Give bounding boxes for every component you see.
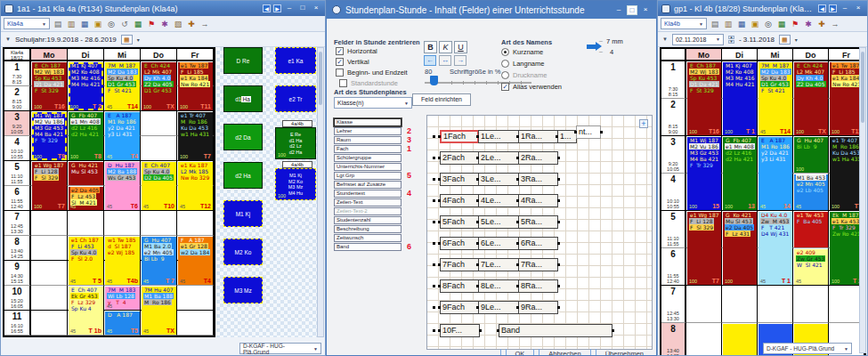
gear-icon[interactable]: ✚ <box>186 20 197 28</box>
layout-field-box[interactable]: Band <box>499 324 612 337</box>
maximize-button[interactable]: □ <box>297 4 308 13</box>
field-layout-grid[interactable]: 1Fach1Le...1Ra...1...nt...2Fach2Le...2Ra… <box>426 115 653 350</box>
selection-handle[interactable] <box>612 329 614 332</box>
layout-field-box[interactable]: 4Le... <box>478 194 519 207</box>
lesson-block[interactable]: 7M M 183Wi Lb 128y T 445 <box>105 287 140 310</box>
layout-field-box[interactable]: 6Fach <box>440 237 479 250</box>
add-field-icon[interactable]: + <box>639 119 648 128</box>
selection-handle[interactable] <box>438 199 441 202</box>
selection-handle[interactable] <box>476 178 479 181</box>
lesson-block[interactable]: 7M M 187M2 Da 183Sp Ku 4.0D1 Gr 453F St … <box>758 62 792 135</box>
export-icon[interactable]: ▥ <box>66 20 77 28</box>
radio-row-druckname[interactable]: Druckname <box>501 71 547 79</box>
field-button-unterrichts-nummer[interactable]: Unterrichts-Nummer <box>334 163 402 171</box>
field-button-band[interactable]: Band <box>334 243 402 251</box>
selection-handle[interactable] <box>557 157 560 159</box>
lesson-block[interactable] <box>723 324 757 356</box>
lesson-block[interactable]: E Ch 407Ek Gr 453F Lz 329Sp Ku 445T 1b <box>69 287 103 335</box>
left-titlebar[interactable]: 1a1 - 1a1 Kla 4a (R134) Stundenplan (Kla… <box>1 1 325 16</box>
layout-field-box[interactable]: 9Ra... <box>518 301 558 314</box>
checkbox[interactable] <box>339 79 347 87</box>
layout-field-box[interactable]: 7Ra... <box>518 258 558 271</box>
checkbox[interactable] <box>336 69 344 77</box>
print-icon[interactable]: ▤ <box>53 20 63 28</box>
lesson-block[interactable]: E Ch 187M2 Wj 183Sp Ku 453D1 Da 421F St … <box>687 62 721 135</box>
radio-button[interactable] <box>501 60 509 68</box>
lesson-block[interactable]: e1 Wg 187F Li 128F Sl 329100T7 <box>32 162 67 210</box>
layout-field-box[interactable]: 9Fach <box>440 301 479 314</box>
lesson-block[interactable]: M1 Kj 407M2 Ko 408M3 Mz 416M4 Hu 421100T… <box>69 62 103 110</box>
selection-handle[interactable] <box>557 263 560 266</box>
unscheduled-lesson-box[interactable]: e1 Ka <box>275 47 316 74</box>
checkbox[interactable]: ✓ <box>336 58 344 66</box>
layout-field-box[interactable]: 4Fach <box>440 194 479 207</box>
lesson-block[interactable]: 7M Hu 407M1 Ba 188M Ro 18645TX <box>142 287 176 335</box>
lesson-block[interactable]: E Ch 424L2 Mk 407Dy Kh 4.0Z2 Da 405D1 Gr… <box>142 62 176 110</box>
selection-handle[interactable] <box>557 306 560 309</box>
layout-field-box[interactable]: 8Ra... <box>518 279 558 293</box>
undo-icon[interactable]: ↺ <box>119 20 130 28</box>
row-handle[interactable] <box>433 135 435 138</box>
radio-button[interactable] <box>501 48 509 56</box>
gear-icon[interactable]: ✚ <box>816 20 827 28</box>
scrollbar-thumb[interactable] <box>319 52 322 105</box>
field-setup-button[interactable]: Feld einrichten <box>412 93 471 106</box>
selection-handle[interactable] <box>516 157 519 159</box>
checkbox-row-standardstunde[interactable]: Standardstunde <box>339 79 398 87</box>
layout-field-box[interactable]: 10F... <box>440 324 480 337</box>
lesson-block[interactable]: e1 Ch 187F Li 453Sp Ku 4.0F Sl 2.045T 5 <box>69 237 103 285</box>
lesson-block[interactable]: G Hu 407Bi Lb 9100 <box>794 137 828 173</box>
selection-handle[interactable] <box>476 285 479 287</box>
ok-button[interactable]: OK <box>510 348 531 356</box>
unscheduled-lesson-box[interactable]: E Red1 Had2 Lzd2 Ha100 <box>275 127 316 159</box>
unscheduled-lesson-box[interactable]: M1 Kj <box>223 200 263 227</box>
right-titlebar[interactable]: gp1 - Kl 4b (18/28) Stundenplan (Kla4b) … <box>658 1 867 16</box>
row-handle[interactable] <box>433 263 435 266</box>
nav-next-icon[interactable]: ▶ <box>273 4 281 12</box>
file-selector-combo[interactable]: D-KGAF - HUG-Plä.Grund ▼ <box>239 343 321 354</box>
lesson-block[interactable]: e2 Da 405F Lz 453Sl M 42145 <box>69 187 103 210</box>
lesson-block[interactable]: E Ch 187M2 Wj 183Sp Ku 453D1 Da 421F St … <box>32 62 67 110</box>
lesson-block[interactable]: 7M M 187M2 Da 183Sp Ku 4.0D1 Gr 453F St … <box>105 62 140 110</box>
layout-field-box[interactable]: 3Ra... <box>518 173 558 186</box>
lesson-block[interactable]: e1 Tr 407M Ro 186Ku Da 453w1 Ha 431100T7 <box>178 112 213 160</box>
row-handle[interactable] <box>433 306 435 309</box>
checkbox-row-horizontal[interactable]: ✓Horizontal <box>336 47 377 55</box>
lesson-block[interactable]: D Hu 187M2 Ba 188Ws Gr 45345T6 <box>105 162 140 210</box>
lesson-block[interactable]: D4 Ku 4.0Zw M 453F T 421D4 Wj 43145T 1 <box>758 212 792 285</box>
empty-cell[interactable] <box>31 286 68 311</box>
empty-cell[interactable] <box>104 211 141 236</box>
selection-handle[interactable] <box>438 285 441 287</box>
timetable-selector-combo[interactable]: Kla4b▼ <box>661 18 707 29</box>
flag-icon[interactable]: ⚑ <box>146 20 157 28</box>
lesson-block[interactable]: e1 Tw 453F Ba 405 <box>794 212 828 247</box>
selection-handle[interactable] <box>574 131 577 134</box>
layout-field-box[interactable]: 5Ra... <box>518 215 558 229</box>
dialog-close-button[interactable]: × <box>640 5 651 15</box>
row-handle[interactable] <box>433 285 435 287</box>
apply-button[interactable]: Übernehmen <box>600 348 649 356</box>
lesson-block[interactable]: e1 Wg 187F Li 128F Sl 329100T7 <box>687 212 721 285</box>
row-handle[interactable] <box>433 199 435 202</box>
field-button-fach[interactable]: Fach <box>334 145 402 153</box>
selection-handle[interactable] <box>479 329 482 332</box>
field-button-beschreibung[interactable]: Beschreibung <box>334 225 402 233</box>
field-button-raum[interactable]: Raum <box>334 136 402 144</box>
settings-icon[interactable]: ✱ <box>803 20 814 28</box>
grid-icon[interactable]: ▦ <box>133 20 143 28</box>
layout-field-box[interactable]: 1Fach <box>440 130 479 143</box>
minimize-button[interactable]: – <box>284 4 295 13</box>
lesson-block[interactable]: M1 Wj 187M2 Vu 186M3 Gz 453M4 Ba 421F Tr… <box>32 112 67 160</box>
lesson-block[interactable]: G Hu 407M1 Ba 2.0e2 Mn 405Bi Lb 945T 7 <box>142 237 176 285</box>
export-icon[interactable]: ▥ <box>723 20 734 28</box>
timetable-selector-combo[interactable]: Kla4a▼ <box>4 18 50 29</box>
selection-handle[interactable] <box>476 306 479 309</box>
selection-handle[interactable] <box>556 135 558 138</box>
field-button-zeitwunsch[interactable]: Zeitwunsch <box>334 234 402 242</box>
search-icon[interactable]: ◎ <box>763 20 774 28</box>
empty-cell[interactable] <box>793 286 829 323</box>
align-button-2[interactable]: → <box>454 55 466 66</box>
lesson-block[interactable]: G Fb 407e1 Mn 408d2 Lz 416d2 Ha 421100T8 <box>69 112 103 160</box>
font-size-slider-thumb[interactable] <box>430 76 438 85</box>
exit-icon[interactable]: → <box>199 20 210 28</box>
